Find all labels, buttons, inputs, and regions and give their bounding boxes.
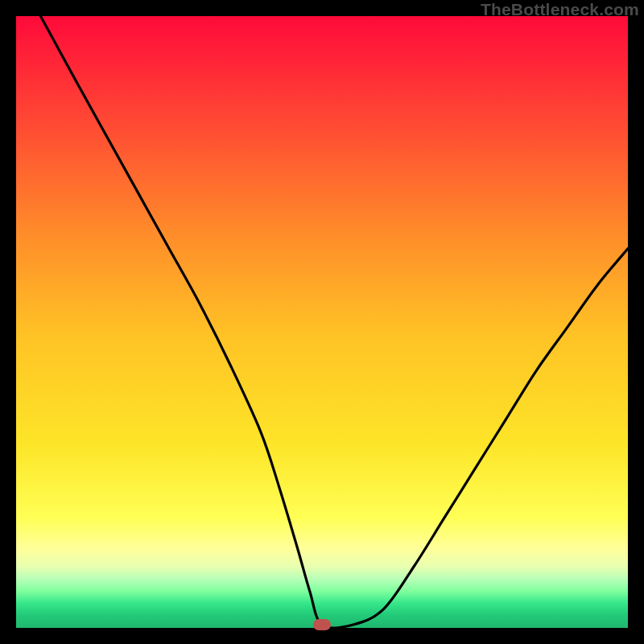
watermark-text: TheBottleneck.com (481, 0, 639, 19)
bottleneck-curve (16, 16, 628, 628)
chart-frame: TheBottleneck.com (0, 0, 644, 644)
plot-area (16, 16, 628, 628)
optimal-marker (313, 619, 331, 630)
